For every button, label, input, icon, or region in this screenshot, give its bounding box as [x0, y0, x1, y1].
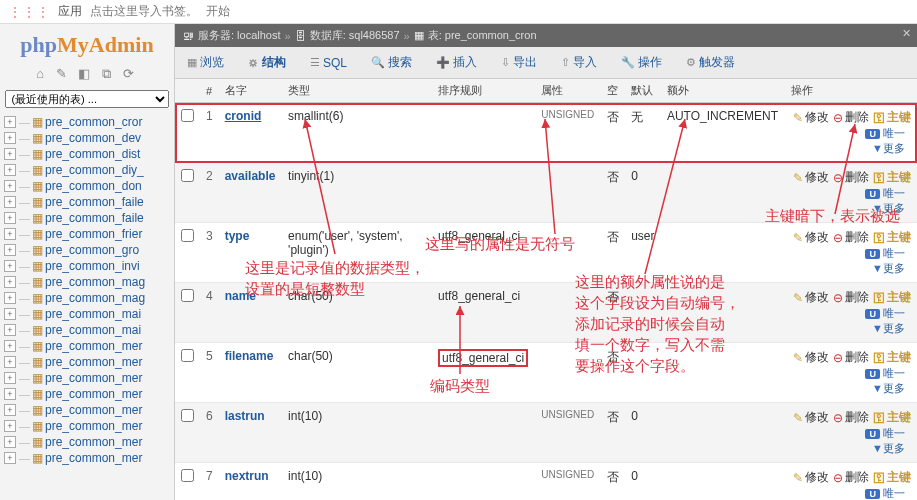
col-num[interactable]: # [200, 79, 219, 103]
dropdown-icon[interactable]: ▼ [872, 442, 883, 454]
more-link[interactable]: 更多 [883, 382, 905, 394]
crumb-table[interactable]: 表: pre_common_cron [428, 28, 537, 43]
col-type[interactable]: 类型 [282, 79, 432, 103]
primary-key-button[interactable]: ⚿ 主键 [873, 349, 911, 366]
sidebar-item[interactable]: +—▦pre_common_mer [2, 402, 172, 418]
field-name[interactable]: available [219, 163, 282, 223]
col-ops[interactable]: 操作 [785, 79, 917, 103]
unique-badge[interactable]: U [865, 429, 880, 439]
expand-icon[interactable]: + [4, 148, 16, 160]
delete-button[interactable]: ⊖ 删除 [833, 169, 869, 186]
tab-操作[interactable]: 🔧操作 [615, 51, 668, 74]
edit-button[interactable]: ✎ 修改 [793, 469, 829, 486]
unique-link[interactable]: 唯一 [883, 427, 905, 439]
sidebar-item[interactable]: +—▦pre_common_diy_ [2, 162, 172, 178]
expand-icon[interactable]: + [4, 356, 16, 368]
row-checkbox[interactable] [181, 289, 194, 302]
unique-badge[interactable]: U [865, 309, 880, 319]
field-name[interactable]: name [219, 283, 282, 343]
sidebar-item[interactable]: +—▦pre_common_mer [2, 434, 172, 450]
sidebar-item[interactable]: +—▦pre_common_mer [2, 450, 172, 466]
more-link[interactable]: 更多 [883, 262, 905, 274]
row-checkbox[interactable] [181, 229, 194, 242]
dropdown-icon[interactable]: ▼ [872, 262, 883, 274]
sidebar-item[interactable]: +—▦pre_common_don [2, 178, 172, 194]
unique-link[interactable]: 唯一 [883, 487, 905, 499]
recent-tables-select[interactable]: (最近使用的表) ... [5, 90, 168, 108]
sidebar-item[interactable]: +—▦pre_common_mer [2, 354, 172, 370]
tab-搜索[interactable]: 🔍搜索 [365, 51, 418, 74]
unique-link[interactable]: 唯一 [883, 187, 905, 199]
more-link[interactable]: 更多 [883, 442, 905, 454]
row-checkbox[interactable] [181, 469, 194, 482]
expand-icon[interactable]: + [4, 212, 16, 224]
delete-button[interactable]: ⊖ 删除 [833, 289, 869, 306]
sidebar-quick-icons[interactable]: ⌂ ✎ ◧ ⧉ ⟳ [2, 64, 172, 88]
unique-badge[interactable]: U [865, 129, 880, 139]
primary-key-button[interactable]: ⚿ 主键 [873, 109, 911, 126]
expand-icon[interactable]: + [4, 116, 16, 128]
crumb-db[interactable]: 数据库: sql486587 [310, 28, 400, 43]
edit-button[interactable]: ✎ 修改 [793, 349, 829, 366]
tab-导出[interactable]: ⇩导出 [495, 51, 543, 74]
field-name[interactable]: filename [219, 343, 282, 403]
dropdown-icon[interactable]: ▼ [872, 202, 883, 214]
sidebar-item[interactable]: +—▦pre_common_frier [2, 226, 172, 242]
tab-SQL[interactable]: ☰SQL [304, 53, 353, 73]
edit-button[interactable]: ✎ 修改 [793, 409, 829, 426]
row-checkbox[interactable] [181, 349, 194, 362]
col-collation[interactable]: 排序规则 [432, 79, 535, 103]
more-link[interactable]: 更多 [883, 142, 905, 154]
primary-key-button[interactable]: ⚿ 主键 [873, 469, 911, 486]
dropdown-icon[interactable]: ▼ [872, 142, 883, 154]
unique-badge[interactable]: U [865, 189, 880, 199]
expand-icon[interactable]: + [4, 340, 16, 352]
sidebar-item[interactable]: +—▦pre_common_mai [2, 322, 172, 338]
sidebar-item[interactable]: +—▦pre_common_mai [2, 306, 172, 322]
expand-icon[interactable]: + [4, 180, 16, 192]
primary-key-button[interactable]: ⚿ 主键 [873, 289, 911, 306]
expand-icon[interactable]: + [4, 308, 16, 320]
delete-button[interactable]: ⊖ 删除 [833, 229, 869, 246]
unique-link[interactable]: 唯一 [883, 367, 905, 379]
expand-icon[interactable]: + [4, 196, 16, 208]
primary-key-button[interactable]: ⚿ 主键 [873, 229, 911, 246]
tab-插入[interactable]: ➕插入 [430, 51, 483, 74]
sidebar-item[interactable]: +—▦pre_common_mag [2, 290, 172, 306]
close-icon[interactable]: ✕ [902, 27, 911, 40]
sidebar-item[interactable]: +—▦pre_common_gro [2, 242, 172, 258]
import-hint[interactable]: 点击这里导入书签。 [90, 3, 198, 20]
row-checkbox[interactable] [181, 169, 194, 182]
delete-button[interactable]: ⊖ 删除 [833, 109, 869, 126]
sidebar-item[interactable]: +—▦pre_common_dev [2, 130, 172, 146]
sidebar-item[interactable]: +—▦pre_common_mer [2, 338, 172, 354]
row-checkbox[interactable] [181, 409, 194, 422]
tab-结构[interactable]: ⛭结构 [242, 51, 292, 74]
sidebar-item[interactable]: +—▦pre_common_mag [2, 274, 172, 290]
expand-icon[interactable]: + [4, 436, 16, 448]
expand-icon[interactable]: + [4, 292, 16, 304]
sidebar-item[interactable]: +—▦pre_common_faile [2, 194, 172, 210]
delete-button[interactable]: ⊖ 删除 [833, 349, 869, 366]
expand-icon[interactable]: + [4, 164, 16, 176]
expand-icon[interactable]: + [4, 404, 16, 416]
row-checkbox[interactable] [181, 109, 194, 122]
edit-button[interactable]: ✎ 修改 [793, 109, 829, 126]
sidebar-item[interactable]: +—▦pre_common_dist [2, 146, 172, 162]
expand-icon[interactable]: + [4, 276, 16, 288]
field-name[interactable]: lastrun [219, 403, 282, 463]
sidebar-item[interactable]: +—▦pre_common_cror [2, 114, 172, 130]
delete-button[interactable]: ⊖ 删除 [833, 409, 869, 426]
primary-key-button[interactable]: ⚿ 主键 [873, 409, 911, 426]
edit-button[interactable]: ✎ 修改 [793, 229, 829, 246]
expand-icon[interactable]: + [4, 244, 16, 256]
tab-导入[interactable]: ⇧导入 [555, 51, 603, 74]
unique-link[interactable]: 唯一 [883, 127, 905, 139]
expand-icon[interactable]: + [4, 388, 16, 400]
sidebar-item[interactable]: +—▦pre_common_mer [2, 386, 172, 402]
sidebar-item[interactable]: +—▦pre_common_faile [2, 210, 172, 226]
primary-key-button[interactable]: ⚿ 主键 [873, 169, 911, 186]
dropdown-icon[interactable]: ▼ [872, 322, 883, 334]
field-name[interactable]: cronid [219, 103, 282, 163]
field-name[interactable]: type [219, 223, 282, 283]
